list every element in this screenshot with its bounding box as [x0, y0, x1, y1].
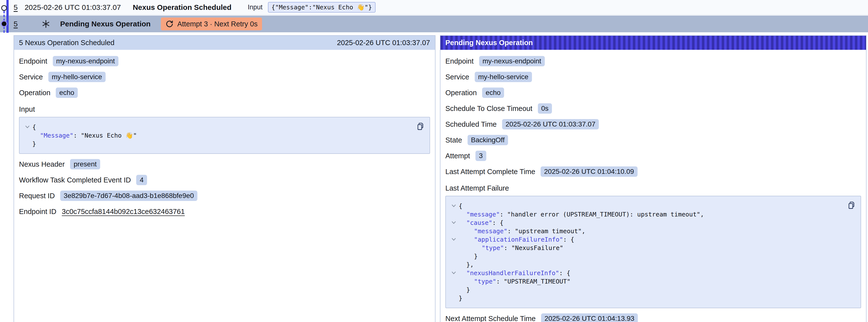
field-row: Endpoint ID3c0c75ccfa8144b092c13ce632463…: [19, 206, 430, 217]
retry-text: Attempt 3 · Next Retry 0s: [177, 20, 257, 28]
collapse-chevron-icon[interactable]: [449, 271, 459, 275]
field-value-badge: my-hello-service: [475, 72, 532, 82]
copy-icon: [417, 122, 424, 131]
field-label: Endpoint ID: [19, 207, 57, 216]
failure-code-block: {"message": "handler error (UPSTREAM_TIM…: [445, 196, 861, 308]
field-value-badge: 0s: [538, 103, 552, 114]
code-line: }: [449, 294, 843, 302]
event-detail-panel: 5 Nexus Operation Scheduled 2025-02-26 U…: [13, 35, 435, 322]
field-label: Endpoint: [445, 57, 474, 65]
field-value-badge: 3: [475, 151, 486, 161]
code-line: }: [449, 286, 843, 294]
field-row: Request ID3e829b7e-7d67-4b08-aad3-b1e868…: [19, 190, 430, 201]
field-value-badge: echo: [56, 88, 78, 98]
field-label: Operation: [445, 89, 477, 97]
copy-button[interactable]: [416, 121, 425, 132]
code-line: {: [23, 123, 412, 131]
field-label: Request ID: [19, 192, 55, 200]
field-row: Nexus Headerpresent: [19, 159, 430, 170]
code-line: "applicationFailureInfo": {: [449, 235, 843, 244]
pending-id-link[interactable]: 5: [13, 20, 18, 28]
field-value-badge: my-hello-service: [49, 72, 105, 82]
input-preview-badge[interactable]: {"Message":"Nexus Echo 👋"}: [268, 2, 375, 12]
field-row: Servicemy-hello-service: [19, 71, 430, 82]
retry-icon: [165, 20, 174, 28]
timeline-event-node-icon: [1, 5, 7, 11]
field-row: Attempt3: [445, 151, 861, 161]
field-value-badge: 2025-02-26 UTC 01:03:37.07: [502, 119, 599, 129]
field-value-badge: 3e829b7e-7d67-4b08-aad3-b1e868bfe9e0: [60, 191, 197, 201]
field-value-badge: 2025-02-26 UTC 01:04:10.09: [540, 166, 637, 177]
copy-icon: [848, 201, 855, 210]
code-line: "message": "upstream timeout",: [449, 227, 843, 235]
field-label: Last Attempt Complete Time: [445, 168, 535, 176]
input-label: Input: [248, 3, 262, 11]
field-value-badge: echo: [482, 88, 504, 98]
code-line: "Message": "Nexus Echo 👋": [23, 131, 412, 139]
field-row: Scheduled Time2025-02-26 UTC 01:03:37.07: [445, 119, 861, 130]
field-value-badge: 4: [136, 175, 147, 185]
field-label: Nexus Header: [19, 160, 65, 168]
pending-operation-panel: Pending Nexus Operation Endpointmy-nexus…: [440, 35, 867, 322]
retry-badge: Attempt 3 · Next Retry 0s: [161, 18, 262, 30]
code-line: "cause": {: [449, 219, 843, 227]
field-row: Endpointmy-nexus-endpoint: [445, 56, 861, 67]
field-label: Workflow Task Completed Event ID: [19, 176, 131, 184]
field-row: Operationecho: [445, 87, 861, 98]
field-label: Next Attempt Schedule Time: [445, 315, 536, 322]
code-line: "nexusHandlerFailureInfo": {: [449, 269, 843, 277]
event-timestamp: 2025-02-26 UTC 01:03:37.07: [25, 3, 121, 11]
history-row-pending-operation[interactable]: 5 Pending Nexus Operation Attempt 3 · Ne…: [0, 15, 868, 32]
collapse-chevron-icon[interactable]: [449, 204, 459, 207]
field-label: Operation: [19, 89, 50, 97]
code-line: },: [449, 260, 843, 269]
field-label: Service: [19, 73, 43, 81]
pending-asterisk-icon: [41, 20, 50, 28]
field-row: Workflow Task Completed Event ID4: [19, 174, 430, 185]
field-row: Servicemy-hello-service: [445, 71, 861, 82]
input-code-block: {"Message": "Nexus Echo 👋"}: [19, 117, 430, 154]
code-line: "message": "handler error (UPSTREAM_TIME…: [449, 210, 843, 219]
field-label: State: [445, 136, 462, 144]
field-label: Service: [445, 73, 469, 81]
field-value-badge: my-nexus-endpoint: [479, 56, 545, 66]
event-id-link[interactable]: 5: [13, 3, 18, 11]
input-section-label: Input: [19, 104, 430, 114]
collapse-chevron-icon[interactable]: [449, 238, 459, 241]
field-row: Endpointmy-nexus-endpoint: [19, 56, 430, 67]
field-row: Last Attempt Complete Time2025-02-26 UTC…: [445, 166, 861, 177]
field-value-badge: 2025-02-26 UTC 01:04:13.93: [541, 313, 638, 322]
collapse-chevron-icon[interactable]: [449, 221, 459, 224]
copy-button[interactable]: [847, 200, 856, 211]
timeline-pending-node-icon: [2, 22, 6, 26]
pending-operation-title: Pending Nexus Operation: [445, 39, 533, 47]
code-line: {: [449, 202, 843, 210]
history-row-event-scheduled[interactable]: 5 2025-02-26 UTC 01:03:37.07 Nexus Opera…: [0, 0, 868, 15]
field-value-badge: BackingOff: [468, 135, 508, 145]
field-value-link[interactable]: 3c0c75ccfa8144b092c13ce632463761: [62, 207, 185, 216]
event-detail-header: 5 Nexus Operation Scheduled 2025-02-26 U…: [14, 36, 435, 50]
code-line: "type": "UPSTREAM_TIMEOUT": [449, 277, 843, 286]
field-row: Schedule To Close Timeout0s: [445, 103, 861, 114]
event-title: Nexus Operation Scheduled: [133, 3, 231, 11]
failure-section-label: Last Attempt Failure: [445, 184, 861, 193]
timeline-selection-bar: [6, 0, 9, 33]
field-row: StateBackingOff: [445, 135, 861, 146]
field-label: Scheduled Time: [445, 120, 497, 128]
field-label: Endpoint: [19, 57, 48, 65]
collapse-chevron-icon[interactable]: [23, 126, 32, 128]
field-label: Attempt: [445, 152, 470, 160]
field-label: Schedule To Close Timeout: [445, 104, 532, 113]
event-detail-timestamp: 2025-02-26 UTC 01:03:37.07: [337, 39, 430, 47]
code-line: }: [23, 139, 412, 148]
code-line: }: [449, 252, 843, 260]
event-history-view: 5 2025-02-26 UTC 01:03:37.07 Nexus Opera…: [0, 0, 868, 322]
field-row: Operationecho: [19, 87, 430, 98]
code-line: "type": "NexusFailure": [449, 244, 843, 252]
event-detail-title: 5 Nexus Operation Scheduled: [19, 39, 115, 47]
field-value-badge: present: [70, 159, 100, 169]
pending-title: Pending Nexus Operation: [60, 20, 151, 28]
field-value-badge: my-nexus-endpoint: [53, 56, 118, 66]
field-row: Next Attempt Schedule Time2025-02-26 UTC…: [445, 313, 861, 322]
pending-operation-header: Pending Nexus Operation: [440, 36, 866, 50]
